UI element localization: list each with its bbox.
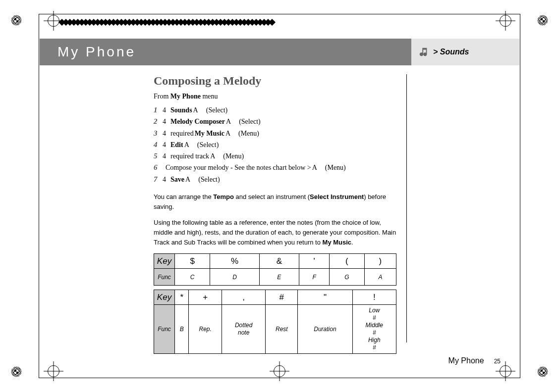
crop-mark-icon: [496, 361, 515, 381]
registration-mark-icon: [9, 364, 24, 379]
crop-mark-icon: [496, 11, 515, 31]
crop-mark-icon: [44, 361, 63, 381]
crop-mark-icon: [270, 361, 289, 381]
registration-mark-icon: [535, 13, 550, 28]
registration-mark-icon: [535, 364, 550, 379]
crop-mark-icon: [44, 11, 63, 31]
registration-mark-icon: [9, 13, 24, 28]
page-crop-box: [39, 14, 520, 378]
